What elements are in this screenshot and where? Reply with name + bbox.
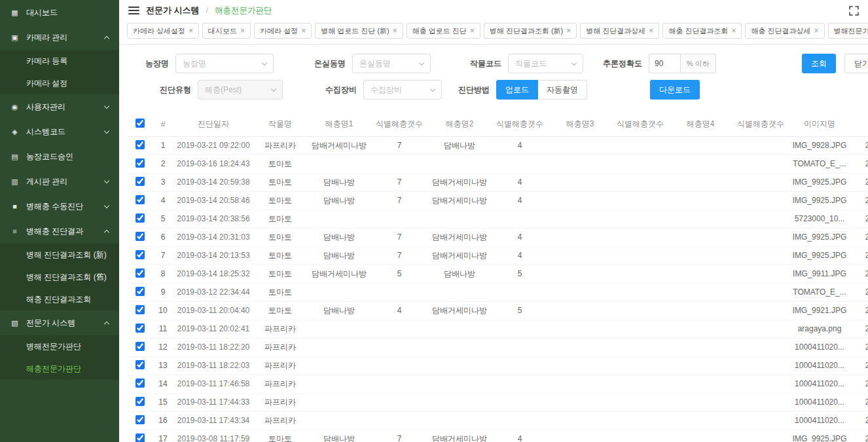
sidebar-item-expert-system[interactable]: ▧전문가 시스템 bbox=[0, 310, 119, 335]
accuracy-suffix: % 이하 bbox=[680, 54, 716, 73]
fullscreen-icon[interactable] bbox=[849, 6, 859, 16]
cell bbox=[492, 411, 547, 430]
tab-disease-expert[interactable]: 병해전문가판단× bbox=[828, 23, 868, 39]
tab-disease-result-new[interactable]: 병해 진단결과조회 (新)× bbox=[484, 23, 577, 39]
sidebar-item-pest-result[interactable]: 해충 진단결과조회 bbox=[0, 288, 119, 310]
sidebar-item-farm-code-approval[interactable]: ▤농장코드승인 bbox=[0, 144, 119, 169]
cell bbox=[668, 191, 733, 210]
cell bbox=[372, 411, 427, 430]
close-icon[interactable]: × bbox=[301, 27, 306, 35]
row-checkbox[interactable] bbox=[136, 397, 145, 406]
row-checkbox[interactable] bbox=[136, 360, 145, 369]
row-checkbox[interactable] bbox=[136, 378, 145, 388]
sidebar-item-user-management[interactable]: ◉사용자관리 bbox=[0, 94, 119, 119]
equipment-placeholder: 수집장비 bbox=[371, 84, 402, 96]
cell: TOMATO_E_... bbox=[788, 155, 851, 173]
tab-pest-upload-diagnosis[interactable]: 해충 업로드 진단× bbox=[407, 23, 480, 39]
sidebar-item-pest-manual-diagnosis[interactable]: ■병해충 수동진단 bbox=[0, 194, 119, 219]
cell bbox=[613, 210, 668, 228]
cell: 7 bbox=[153, 246, 173, 265]
sidebar-item-label: 카메라 관리 bbox=[26, 32, 105, 43]
sidebar-item-disease-result-new[interactable]: 병해 진단결과조회 (新) bbox=[0, 244, 119, 266]
cell: 5 bbox=[372, 265, 427, 283]
tab-camera-settings[interactable]: 카메라 설정× bbox=[254, 23, 312, 39]
sidebar-item-pest-diagnosis-result[interactable]: ≡병해충 진단결과 bbox=[0, 219, 119, 244]
close-icon[interactable]: × bbox=[189, 27, 193, 35]
close-icon[interactable]: × bbox=[566, 27, 571, 35]
cell: 2018 bbox=[851, 356, 868, 375]
tab-pest-result[interactable]: 해충 진단결과조회× bbox=[662, 23, 742, 39]
sidebar-submenu-camera-management: 카메라 등록카메라 설정 bbox=[0, 50, 119, 94]
sidebar-item-camera-register[interactable]: 카메라 등록 bbox=[0, 50, 119, 72]
search-button[interactable]: 조회 bbox=[802, 54, 836, 73]
equipment-select[interactable]: 수집장비 bbox=[363, 80, 442, 100]
sidebar-item-pest-expert[interactable]: 해충전문가판단 bbox=[0, 358, 119, 380]
cell bbox=[668, 393, 733, 411]
tab-camera-detail-settings[interactable]: 카메라 상세설정× bbox=[127, 23, 199, 39]
row-checkbox[interactable] bbox=[136, 287, 145, 296]
accuracy-input[interactable] bbox=[649, 54, 680, 73]
tab-dashboard[interactable]: 대시보드× bbox=[202, 23, 251, 39]
close-icon[interactable]: × bbox=[814, 27, 819, 35]
farm-name-select[interactable]: 농장명 bbox=[175, 54, 274, 73]
row-checkbox[interactable] bbox=[136, 323, 145, 333]
cell: 2019-03-14 18:25:32 bbox=[173, 265, 254, 283]
method-upload-button[interactable]: 업로드 bbox=[496, 80, 538, 100]
cell: 5 bbox=[153, 210, 173, 228]
sidebar-item-board-management[interactable]: ▥게시판 관리 bbox=[0, 169, 119, 194]
sidebar-item-disease-expert[interactable]: 병해전문가판단 bbox=[0, 335, 119, 358]
sidebar-group-pest-manual-diagnosis: ■병해충 수동진단 bbox=[0, 194, 119, 219]
tab-disease-result-detail[interactable]: 병해 진단결과상세× bbox=[580, 23, 659, 39]
close-button[interactable]: 닫기 bbox=[844, 54, 868, 73]
select-all-checkbox[interactable] bbox=[136, 119, 145, 128]
row-checkbox[interactable] bbox=[136, 140, 145, 149]
cell: 2019-03-14 20:13:53 bbox=[173, 246, 254, 265]
row-checkbox[interactable] bbox=[136, 158, 145, 168]
sidebar-item-system-code[interactable]: ◈시스템코드 bbox=[0, 119, 119, 144]
method-auto-capture-button[interactable]: 자동촬영 bbox=[538, 80, 587, 100]
sidebar-item-camera-management[interactable]: ▣카메라 관리 bbox=[0, 25, 119, 50]
tab-pest-result-detail[interactable]: 해충 진단결과상세× bbox=[745, 23, 824, 39]
sidebar-item-disease-result-old[interactable]: 병해 진단결과조회 (舊) bbox=[0, 266, 119, 288]
close-icon[interactable]: × bbox=[240, 27, 245, 35]
table-row: 62019-03-14 20:31:03토마토담배나방7담배거세미나방4IMG_… bbox=[127, 228, 868, 246]
sidebar-item-camera-settings[interactable]: 카메라 설정 bbox=[0, 72, 119, 94]
table-row: 52019-03-14 20:38:56토마토5723000_10...2018 bbox=[127, 210, 868, 228]
cell bbox=[668, 228, 733, 246]
table-row: 152019-03-11 17:44:33파프리카1000411020...20… bbox=[127, 393, 868, 411]
row-checkbox[interactable] bbox=[136, 195, 145, 204]
row-checkbox[interactable] bbox=[136, 268, 145, 278]
cell: 토마토 bbox=[254, 430, 306, 442]
cell bbox=[613, 393, 668, 411]
crop-code-select[interactable]: 작물코드 bbox=[508, 54, 583, 73]
row-checkbox[interactable] bbox=[136, 232, 145, 241]
cell bbox=[613, 283, 668, 301]
row-checkbox[interactable] bbox=[136, 433, 145, 442]
diagnosis-type-select[interactable]: 해충(Pest) bbox=[198, 80, 283, 100]
cell bbox=[306, 283, 372, 301]
cell bbox=[492, 356, 547, 375]
cell: 2018 bbox=[851, 411, 868, 430]
close-icon[interactable]: × bbox=[470, 27, 475, 35]
row-checkbox[interactable] bbox=[136, 213, 145, 223]
hamburger-menu-icon[interactable] bbox=[128, 5, 139, 16]
close-icon[interactable]: × bbox=[393, 27, 397, 35]
row-checkbox[interactable] bbox=[136, 250, 145, 259]
tab-label: 카메라 설정 bbox=[260, 26, 298, 36]
close-icon[interactable]: × bbox=[649, 27, 653, 35]
tab-disease-upload-diagnosis-new[interactable]: 병해 업로드 진단 (新)× bbox=[315, 23, 403, 39]
download-button[interactable]: 다운로드 bbox=[650, 80, 700, 100]
greenhouse-select[interactable]: 온실동명 bbox=[352, 54, 431, 73]
cell: 13 bbox=[153, 356, 173, 375]
row-checkbox[interactable] bbox=[136, 415, 145, 424]
sidebar-item-dashboard[interactable]: ▦대시보드 bbox=[0, 0, 119, 25]
cell bbox=[372, 210, 427, 228]
row-checkbox[interactable] bbox=[136, 305, 145, 314]
close-icon[interactable]: × bbox=[731, 27, 736, 35]
row-checkbox[interactable] bbox=[136, 177, 145, 186]
cell: 4 bbox=[492, 430, 547, 442]
cell: IMG_9925.JPG bbox=[788, 430, 851, 442]
row-checkbox-cell bbox=[127, 155, 153, 173]
sidebar-submenu-pest-diagnosis-result: 병해 진단결과조회 (新)병해 진단결과조회 (舊)해충 진단결과조회 bbox=[0, 244, 119, 310]
row-checkbox[interactable] bbox=[136, 342, 145, 351]
